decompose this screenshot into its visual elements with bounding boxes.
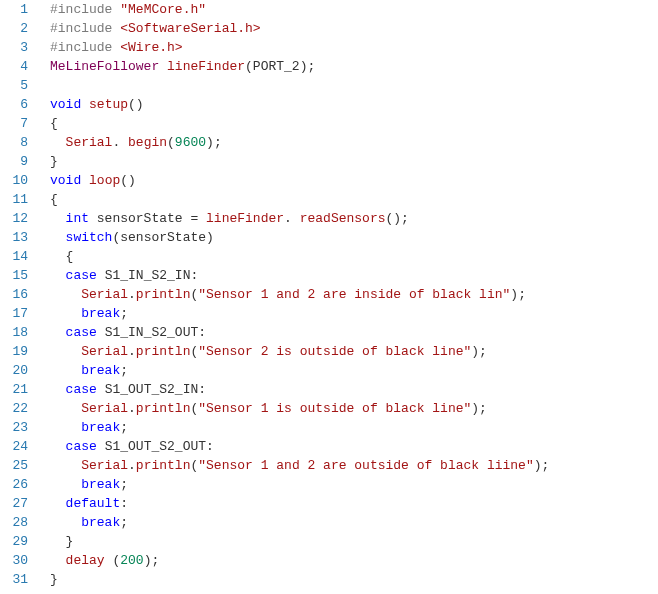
line-number: 24: [0, 437, 28, 456]
line-number: 2: [0, 19, 28, 38]
token-ident: Serial: [81, 458, 128, 473]
token-punc: .: [128, 287, 136, 302]
code-editor: 1234567891011121314151617181920212223242…: [0, 0, 658, 589]
token-punc: :: [120, 496, 128, 511]
code-line: break;: [50, 513, 549, 532]
token-punc: );: [144, 553, 160, 568]
code-line: break;: [50, 304, 549, 323]
token-ident: delay: [66, 553, 105, 568]
line-number-gutter: 1234567891011121314151617181920212223242…: [0, 0, 42, 589]
token-ident: Serial: [81, 344, 128, 359]
line-number: 19: [0, 342, 28, 361]
token-ident: loop: [89, 173, 120, 188]
token-kw: break: [81, 515, 120, 530]
token-kw: break: [81, 363, 120, 378]
token-str: "Sensor 1 is outside of black line": [198, 401, 471, 416]
code-line: #include "MeMCore.h": [50, 0, 549, 19]
code-line: Serial.println("Sensor 1 is outside of b…: [50, 399, 549, 418]
code-line: #include <SoftwareSerial.h>: [50, 19, 549, 38]
token-typ: MeLineFollower: [50, 59, 159, 74]
code-line: case S1_OUT_S2_OUT:: [50, 437, 549, 456]
token-ident: println: [136, 458, 191, 473]
token-punc: (: [167, 135, 175, 150]
code-line: {: [50, 247, 549, 266]
token-punc: ;: [120, 306, 128, 321]
token-punc: [81, 97, 89, 112]
line-number: 23: [0, 418, 28, 437]
token-str: "MeMCore.h": [120, 2, 206, 17]
token-punc: .: [128, 458, 136, 473]
token-ident: Serial: [66, 135, 113, 150]
code-line: switch(sensorState): [50, 228, 549, 247]
code-line: MeLineFollower lineFinder(PORT_2);: [50, 57, 549, 76]
code-line: }: [50, 532, 549, 551]
token-punc: (): [120, 173, 136, 188]
token-punc: S1_OUT_S2_OUT:: [97, 439, 214, 454]
line-number: 5: [0, 76, 28, 95]
token-punc: );: [471, 344, 487, 359]
token-punc: .: [128, 344, 136, 359]
code-line: {: [50, 190, 549, 209]
code-line: delay (200);: [50, 551, 549, 570]
token-punc: );: [206, 135, 222, 150]
code-line: break;: [50, 418, 549, 437]
line-number: 28: [0, 513, 28, 532]
line-number: 18: [0, 323, 28, 342]
token-ident: println: [136, 287, 191, 302]
line-number: 26: [0, 475, 28, 494]
code-line: void loop(): [50, 171, 549, 190]
code-line: void setup(): [50, 95, 549, 114]
code-line: Serial.println("Sensor 2 is outside of b…: [50, 342, 549, 361]
code-line: }: [50, 570, 549, 589]
line-number: 15: [0, 266, 28, 285]
token-punc: {: [66, 249, 74, 264]
token-num: 200: [120, 553, 143, 568]
token-ident: println: [136, 344, 191, 359]
line-number: 16: [0, 285, 28, 304]
token-kw: case: [66, 325, 97, 340]
token-punc: {: [50, 116, 58, 131]
token-punc: .: [284, 211, 300, 226]
token-ident: lineFinder: [167, 59, 245, 74]
token-mac: #include: [50, 21, 112, 36]
token-str: "Sensor 1 and 2 are outside of black lii…: [198, 458, 533, 473]
token-punc: ;: [120, 515, 128, 530]
line-number: 25: [0, 456, 28, 475]
line-number: 22: [0, 399, 28, 418]
line-number: 31: [0, 570, 28, 589]
token-str: "Sensor 1 and 2 are inside of black lin": [198, 287, 510, 302]
token-punc: (: [105, 553, 121, 568]
token-kw: int: [66, 211, 89, 226]
token-kw: default: [66, 496, 121, 511]
token-kw: break: [81, 477, 120, 492]
line-number: 1: [0, 0, 28, 19]
token-punc: ;: [120, 420, 128, 435]
token-punc: }: [66, 534, 74, 549]
line-number: 6: [0, 95, 28, 114]
token-ident: readSensors: [300, 211, 386, 226]
line-number: 30: [0, 551, 28, 570]
line-number: 10: [0, 171, 28, 190]
code-line: {: [50, 114, 549, 133]
line-number: 14: [0, 247, 28, 266]
code-line: case S1_IN_S2_IN:: [50, 266, 549, 285]
line-number: 9: [0, 152, 28, 171]
token-kw: switch: [66, 230, 113, 245]
line-number: 29: [0, 532, 28, 551]
token-punc: }: [50, 154, 58, 169]
token-kw: case: [66, 382, 97, 397]
line-number: 8: [0, 133, 28, 152]
token-kw: break: [81, 420, 120, 435]
token-punc: S1_IN_S2_IN:: [97, 268, 198, 283]
code-line: Serial.println("Sensor 1 and 2 are outsi…: [50, 456, 549, 475]
code-line: Serial.println("Sensor 1 and 2 are insid…: [50, 285, 549, 304]
line-number: 20: [0, 361, 28, 380]
token-punc: ;: [120, 363, 128, 378]
token-punc: sensorState =: [89, 211, 206, 226]
line-number: 4: [0, 57, 28, 76]
token-punc: {: [50, 192, 58, 207]
code-line: break;: [50, 361, 549, 380]
token-ident: Serial: [81, 401, 128, 416]
line-number: 3: [0, 38, 28, 57]
token-punc: S1_IN_S2_OUT:: [97, 325, 206, 340]
